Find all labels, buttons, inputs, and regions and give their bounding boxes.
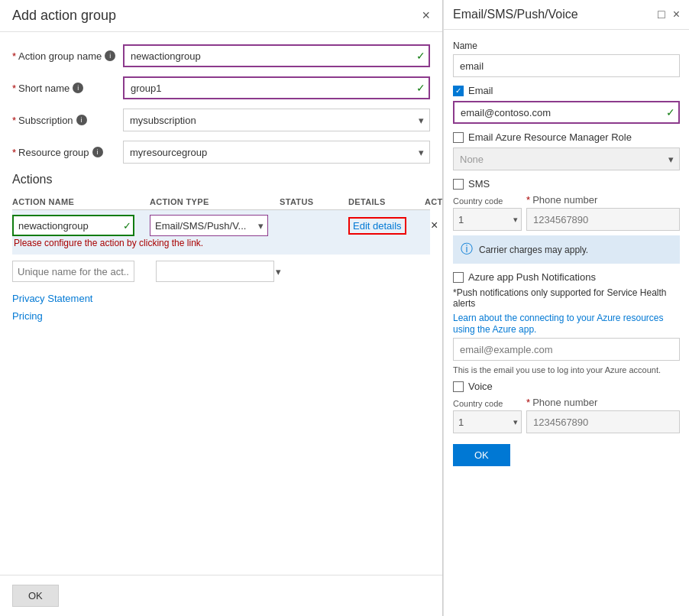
voice-country-code-wrapper: Country code 1 ▾ (453, 399, 522, 433)
email-azure-role-checkbox[interactable] (453, 132, 464, 143)
action-group-name-row: * Action group name i ✓ (12, 44, 430, 67)
resource-group-label: * Resource group i (12, 147, 123, 158)
required-star: * (12, 115, 16, 126)
actions-section: Actions ACTION NAME ACTION TYPE STATUS D… (12, 173, 430, 322)
actions-title: Actions (12, 173, 430, 186)
email-check-icon: ✓ (666, 106, 675, 118)
email-azure-role-checkbox-row: Email Azure Resource Manager Role (453, 131, 680, 143)
resource-group-select-wrapper: myresourcegroup (123, 141, 430, 164)
label-text: Action group name (18, 50, 102, 62)
country-code-select-wrapper: 1 ▾ (453, 208, 522, 231)
info-icon[interactable]: i (76, 115, 87, 125)
email-azure-role-label: Email Azure Resource Manager Role (468, 131, 632, 143)
info-icon[interactable]: i (73, 83, 83, 93)
error-message: Please configure the action by clicking … (12, 236, 430, 251)
subscription-select-wrapper: mysubscription (123, 109, 430, 131)
checkmark-icon: ✓ (416, 82, 425, 94)
subscription-label: * Subscription i (12, 115, 123, 126)
carrier-charges-text: Carrier charges may apply. (479, 245, 588, 255)
check-icon: ✓ (455, 86, 461, 95)
ok-button-left[interactable]: OK (12, 585, 59, 607)
left-body: * Action group name i ✓ * Short name i (0, 32, 442, 575)
action-type-select[interactable]: Email/SMS/Push/V... (150, 215, 268, 236)
table-header: ACTION NAME ACTION TYPE STATUS DETAILS A… (12, 194, 430, 210)
info-icon[interactable]: i (92, 147, 103, 157)
right-body: Name ✓ Email ✓ Email Azure Resource Mana… (444, 30, 689, 616)
table-row-content: ✓ Email/SMS/Push/V... ▾ (12, 215, 430, 236)
col-actions: ACTIONS (425, 197, 442, 206)
new-action-name-input[interactable] (12, 261, 134, 282)
push-label: Azure app Push Notifications (468, 271, 596, 283)
privacy-statement-link[interactable]: Privacy Statement (12, 293, 93, 304)
action-group-name-input-wrapper: ✓ (123, 44, 430, 67)
label-text: Short name (18, 83, 70, 94)
table-row: ✓ Email/SMS/Push/V... ▾ (12, 210, 430, 255)
maximize-icon[interactable]: □ (658, 8, 665, 21)
short-name-input-wrapper: ✓ (123, 76, 430, 99)
phone-number-label: * Phone number (526, 194, 680, 206)
resource-group-row: * Resource group i myresourcegroup (12, 141, 430, 164)
right-header: Email/SMS/Push/Voice □ × (444, 0, 689, 30)
sms-checkbox[interactable] (453, 179, 464, 190)
add-type-select[interactable] (156, 261, 274, 282)
voice-country-code-select[interactable]: 1 (453, 410, 522, 433)
push-checkbox[interactable] (453, 272, 464, 283)
voice-country-code-label: Country code (453, 399, 522, 408)
country-code-label: Country code (453, 196, 522, 206)
required-star: * (12, 83, 16, 94)
voice-checkbox[interactable] (453, 381, 464, 392)
required-star: * (12, 50, 16, 62)
col-action-name: ACTION NAME (12, 197, 150, 206)
ok-button-right[interactable]: OK (453, 444, 510, 466)
left-footer: OK (0, 575, 442, 616)
delete-icon[interactable]: × (431, 219, 438, 232)
dialog-title: Add action group (12, 8, 116, 24)
delete-cell: × (425, 219, 442, 232)
short-name-label: * Short name i (12, 83, 123, 94)
close-icon[interactable]: × (422, 8, 430, 24)
action-name-check-icon: ✓ (123, 220, 131, 232)
voice-phone-input[interactable] (526, 410, 680, 433)
sms-checkbox-row: SMS (453, 178, 680, 190)
email-input[interactable] (453, 101, 680, 124)
info-circle-icon: ⓘ (461, 242, 473, 258)
right-panel-title: Email/SMS/Push/Voice (453, 8, 578, 21)
subscription-select[interactable]: mysubscription (123, 109, 430, 131)
action-type-cell: Email/SMS/Push/V... ▾ (150, 215, 280, 236)
email-checkbox-row: ✓ Email (453, 85, 680, 96)
azure-role-select-wrapper: None ▾ (453, 148, 680, 170)
add-action-row: ▾ (12, 255, 430, 288)
voice-phone-row: Country code 1 ▾ * Phone number (453, 397, 680, 433)
chevron-down-icon: ▾ (276, 266, 281, 277)
sms-phone-input[interactable] (526, 208, 680, 231)
info-icon[interactable]: i (105, 50, 115, 61)
privacy-link-row: Privacy Statement (12, 293, 430, 304)
pricing-link[interactable]: Pricing (12, 310, 43, 322)
learn-more-link[interactable]: Learn about the connecting to your Azure… (453, 313, 664, 335)
resource-group-select[interactable]: myresourcegroup (123, 141, 430, 164)
action-group-name-input[interactable] (123, 44, 430, 67)
phone-number-wrapper: * Phone number (526, 194, 680, 231)
short-name-input[interactable] (123, 76, 430, 99)
edit-details-button[interactable]: Edit details (348, 217, 406, 235)
right-header-icons: □ × (658, 8, 680, 21)
close-icon[interactable]: × (673, 8, 680, 21)
pricing-link-row: Pricing (12, 310, 430, 322)
name-input[interactable] (453, 54, 680, 77)
short-name-row: * Short name i ✓ (12, 76, 430, 99)
left-header: Add action group × (0, 0, 442, 32)
country-code-wrapper: Country code 1 ▾ (453, 196, 522, 231)
checkmark-icon: ✓ (416, 50, 425, 62)
voice-country-code-select-wrapper: 1 ▾ (453, 410, 522, 433)
sms-label: SMS (468, 178, 490, 190)
col-details: DETAILS (348, 197, 425, 206)
push-email-input[interactable] (453, 338, 680, 361)
required-star: * (12, 147, 16, 158)
azure-role-select[interactable]: None (453, 148, 680, 170)
voice-checkbox-row: Voice (453, 381, 680, 392)
col-action-type: ACTION TYPE (150, 197, 280, 206)
action-name-input[interactable] (12, 215, 134, 236)
email-checkbox[interactable]: ✓ (453, 86, 464, 96)
sms-country-code-select[interactable]: 1 (453, 208, 522, 231)
sms-phone-row: Country code 1 ▾ * Phone number (453, 194, 680, 231)
